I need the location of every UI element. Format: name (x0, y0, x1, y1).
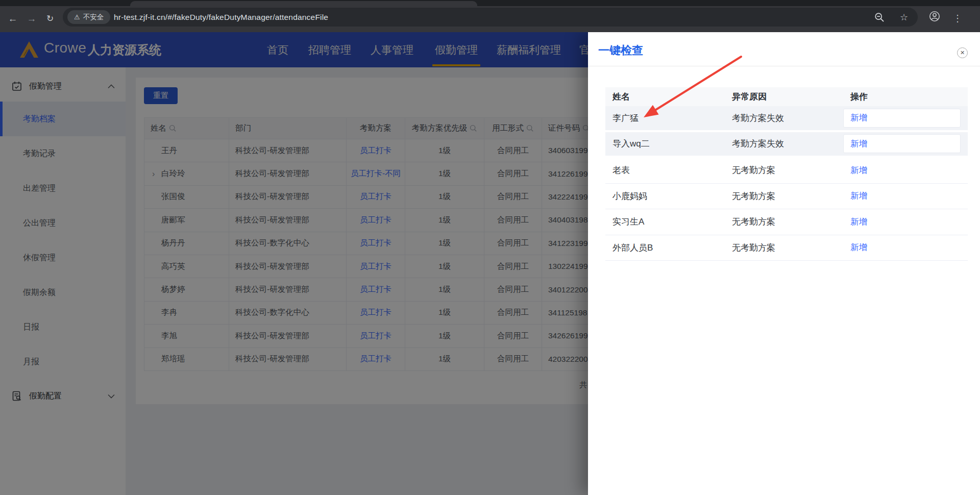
profile-icon[interactable] (929, 11, 940, 22)
add-button-box[interactable]: 新增 (843, 109, 961, 128)
add-button[interactable]: 新增 (850, 217, 867, 226)
add-button-box[interactable]: 新增 (843, 134, 961, 153)
drawer-column-header-2: 异常原因 (725, 91, 843, 103)
check-action-cell: 新增 (843, 242, 968, 253)
back-icon[interactable]: ← (6, 12, 19, 26)
browser-active-tab[interactable] (130, 1, 477, 6)
check-action-cell: 新增 (843, 109, 968, 128)
check-reason-cell: 无考勤方案 (725, 216, 843, 228)
check-reason-cell: 无考勤方案 (725, 190, 843, 202)
browser-menu-icon[interactable]: ⋮ (952, 12, 963, 25)
url-input[interactable]: hr-test.zjf-it.cn/#/fakeDuty/fakeDutyMan… (114, 8, 328, 27)
check-action-cell: 新增 (843, 190, 968, 202)
app-root: ← → ↻ ⚠ 不安全 hr-test.zjf-it.cn/#/fakeDuty… (0, 0, 980, 495)
add-button[interactable]: 新增 (850, 165, 867, 175)
check-action-cell: 新增 (843, 134, 968, 153)
add-button[interactable]: 新增 (850, 138, 867, 150)
check-action-cell: 新增 (843, 165, 968, 176)
forward-icon[interactable]: → (25, 12, 38, 26)
address-bar[interactable]: ⚠ 不安全 hr-test.zjf-it.cn/#/fakeDuty/fakeD… (63, 8, 918, 27)
drawer-header: 一键检查 ✕ (588, 32, 980, 66)
check-name-cell: 外部人员B (605, 242, 725, 254)
reload-icon[interactable]: ↻ (43, 12, 57, 26)
warning-icon: ⚠ (74, 13, 80, 21)
check-name-cell: 老表 (605, 164, 725, 176)
check-result-row: 外部人员B无考勤方案新增 (605, 235, 968, 261)
add-button[interactable]: 新增 (850, 242, 867, 252)
check-name-cell: 小鹿妈妈 (605, 190, 725, 202)
check-result-row: 小鹿妈妈无考勤方案新增 (605, 184, 968, 210)
drawer-title: 一键检查 (598, 32, 643, 66)
check-result-row: 导入wq二考勤方案失效新增 (605, 132, 968, 158)
zoom-indicator-icon[interactable] (874, 12, 885, 22)
check-reason-cell: 无考勤方案 (725, 164, 843, 176)
check-result-row: 老表无考勤方案新增 (605, 158, 968, 184)
add-button[interactable]: 新增 (850, 191, 867, 200)
drawer-column-header-3: 操作 (843, 91, 968, 103)
check-action-cell: 新增 (843, 216, 968, 228)
security-label: 不安全 (83, 13, 104, 22)
check-reason-cell: 无考勤方案 (725, 242, 843, 254)
check-result-table-header: 姓名异常原因操作 (605, 87, 968, 106)
check-result-table: 姓名异常原因操作 李广猛考勤方案失效新增导入wq二考勤方案失效新增老表无考勤方案… (605, 87, 968, 261)
check-result-table-body: 李广猛考勤方案失效新增导入wq二考勤方案失效新增老表无考勤方案新增小鹿妈妈无考勤… (605, 106, 968, 261)
browser-tab-strip (0, 0, 980, 6)
bookmark-star-icon[interactable]: ☆ (898, 10, 910, 24)
site-security-chip[interactable]: ⚠ 不安全 (67, 10, 110, 24)
one-click-check-drawer: 一键检查 ✕ 姓名异常原因操作 李广猛考勤方案失效新增导入wq二考勤方案失效新增… (588, 32, 980, 495)
browser-chrome: ← → ↻ ⚠ 不安全 hr-test.zjf-it.cn/#/fakeDuty… (0, 0, 980, 32)
check-name-cell: 李广猛 (605, 112, 725, 124)
check-name-cell: 实习生A (605, 216, 725, 228)
drawer-column-header-1: 姓名 (605, 91, 725, 103)
check-name-cell: 导入wq二 (605, 138, 725, 150)
close-icon[interactable]: ✕ (957, 47, 968, 58)
check-reason-cell: 考勤方案失效 (725, 138, 843, 150)
check-result-row: 实习生A无考勤方案新增 (605, 209, 968, 235)
check-result-row: 李广猛考勤方案失效新增 (605, 106, 968, 132)
check-reason-cell: 考勤方案失效 (725, 112, 843, 124)
add-button[interactable]: 新增 (850, 112, 867, 123)
